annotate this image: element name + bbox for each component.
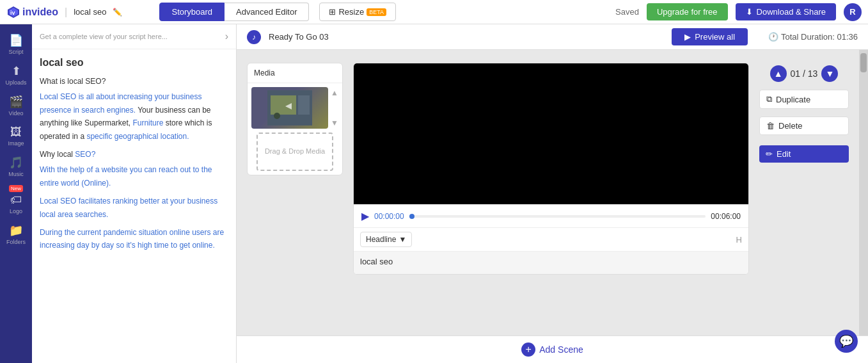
scroll-thumb[interactable] — [860, 53, 867, 72]
script-content: local seo What is local SEO? Local SEO i… — [32, 49, 236, 363]
right-panel: ▲ 01 / 13 ▼ ⧉ Duplicate 🗑 Delete — [759, 63, 849, 163]
para-2: With the help of a website you can reach… — [40, 163, 228, 190]
scroll-down-arrow[interactable]: ▼ — [331, 118, 338, 127]
duplicate-button[interactable]: ⧉ Duplicate — [759, 90, 849, 109]
drag-drop-area[interactable]: Drag & Drop Media — [256, 133, 333, 171]
uploads-icon: ⬆ — [12, 64, 21, 78]
delete-button[interactable]: 🗑 Delete — [759, 117, 849, 135]
script-body: What is local SEO? Local SEO is all abou… — [40, 75, 228, 252]
video-controls: ▶ 00:00:00 00:06:00 — [354, 204, 748, 227]
sidebar-item-music[interactable]: 🎵 Music — [1, 152, 31, 181]
music-track-icon: ♪ — [247, 30, 261, 44]
next-scene-button[interactable]: ▼ — [821, 65, 838, 82]
para-4: During the current pandemic situation on… — [40, 226, 228, 252]
media-thumbnail[interactable] — [251, 87, 328, 129]
sidebar-item-uploads[interactable]: ⬆ Uploads — [1, 60, 31, 90]
chat-bubble[interactable]: 💬 — [835, 330, 858, 353]
video-editor: ▶ 00:00:00 00:06:00 Headline ▼ H — [353, 63, 749, 275]
video-icon: 🎬 — [9, 95, 23, 109]
style-select[interactable]: Headline ▼ — [360, 232, 412, 247]
svg-rect-5 — [298, 95, 310, 115]
h-icon: H — [736, 235, 742, 245]
time-indicator — [409, 214, 414, 219]
logo: iv invideo — [6, 5, 58, 19]
sidebar: 📄 Script ⬆ Uploads 🎬 Video 🖼 Image 🎵 Mus… — [0, 24, 32, 363]
text-input-area[interactable]: local seo — [354, 251, 748, 274]
video-preview — [354, 63, 748, 204]
svg-text:iv: iv — [10, 10, 15, 16]
scroll-controls: ▲ ▼ — [331, 87, 338, 129]
play-button[interactable]: ▶ — [361, 210, 369, 222]
svg-point-6 — [274, 113, 280, 119]
add-scene-bar[interactable]: + Add Scene — [237, 335, 868, 363]
media-thumb-image — [251, 87, 328, 129]
media-list: ▲ ▼ Drag & Drop Media — [248, 83, 342, 175]
collapse-button[interactable]: › — [225, 31, 228, 42]
resize-icon: ⊞ — [329, 7, 336, 17]
para-1: Local SEO is all about increasing your b… — [40, 90, 228, 143]
storyboard-content-row: Media — [237, 50, 868, 335]
scroll-up-arrow[interactable]: ▲ — [331, 88, 338, 97]
image-icon: 🖼 — [10, 125, 22, 139]
chat-icon: 💬 — [839, 334, 853, 348]
saved-status: Saved — [615, 7, 639, 17]
sidebar-label-uploads: Uploads — [5, 79, 26, 86]
script-icon: 📄 — [9, 33, 23, 47]
upgrade-button[interactable]: Upgrade for free — [647, 3, 728, 20]
project-title: local seo — [74, 7, 106, 17]
style-label: Headline — [366, 235, 396, 244]
sidebar-item-image[interactable]: 🖼 Image — [1, 122, 31, 150]
resize-button[interactable]: ⊞ Resize BETA — [319, 3, 396, 21]
edit-project-icon[interactable]: ✏️ — [113, 8, 122, 17]
script-header: Get a complete view of your script here.… — [32, 24, 236, 49]
avatar[interactable]: R — [844, 3, 862, 21]
download-share-button[interactable]: ⬇ Download & Share — [736, 3, 836, 20]
folders-icon: 📁 — [9, 223, 23, 238]
sidebar-item-logo[interactable]: New 🏷 Logo — [1, 182, 31, 218]
editor-tabs: Storyboard Advanced Editor — [159, 3, 309, 21]
add-scene-label: Add Scene — [539, 344, 583, 355]
sidebar-item-script[interactable]: 📄 Script — [1, 29, 31, 59]
script-title: local seo — [40, 57, 228, 69]
media-panel-title: Media — [248, 63, 342, 83]
sidebar-label-logo: Logo — [10, 208, 22, 214]
sidebar-label-video: Video — [9, 110, 24, 117]
trash-icon: 🗑 — [766, 121, 775, 131]
beta-badge: BETA — [367, 8, 386, 16]
scene-navigation: ▲ 01 / 13 ▼ — [759, 65, 849, 82]
logo-area: iv invideo | local seo ✏️ — [6, 5, 122, 19]
scene-count: 01 / 13 — [791, 69, 818, 79]
time-bar[interactable] — [409, 215, 706, 218]
media-items — [251, 87, 331, 129]
preview-all-button[interactable]: ▶ Preview all — [672, 28, 748, 45]
edit-button[interactable]: ✏ Edit — [759, 145, 849, 163]
duplicate-icon: ⧉ — [766, 94, 772, 104]
prev-scene-button[interactable]: ▲ — [770, 65, 787, 82]
add-scene-icon: + — [521, 343, 535, 357]
time-total: 00:06:00 — [711, 212, 741, 221]
svg-rect-4 — [271, 95, 296, 115]
storyboard-tab[interactable]: Storyboard — [159, 3, 225, 21]
advanced-editor-tab[interactable]: Advanced Editor — [225, 3, 309, 21]
script-panel: Get a complete view of your script here.… — [32, 24, 237, 363]
sidebar-label-folders: Folders — [6, 239, 26, 245]
edit-icon: ✏ — [766, 149, 773, 159]
section-what: What is local SEO? — [40, 75, 228, 88]
new-badge: New — [9, 185, 23, 192]
sidebar-item-folders[interactable]: 📁 Folders — [1, 220, 31, 249]
sidebar-label-image: Image — [8, 140, 24, 147]
download-icon: ⬇ — [746, 7, 753, 17]
para-3: Local SEO facilitates ranking better at … — [40, 195, 228, 221]
storyboard-content: Media — [237, 50, 859, 335]
media-panel: Media — [247, 63, 343, 175]
top-navigation: iv invideo | local seo ✏️ Storyboard Adv… — [0, 0, 868, 24]
main-area: 📄 Script ⬆ Uploads 🎬 Video 🖼 Image 🎵 Mus… — [0, 24, 868, 363]
music-icon: 🎵 — [9, 156, 23, 170]
section-why: Why local SEO? — [40, 148, 228, 161]
sidebar-label-script: Script — [8, 49, 23, 55]
sidebar-item-video[interactable]: 🎬 Video — [1, 91, 31, 120]
sidebar-label-music: Music — [8, 171, 24, 177]
chevron-down-icon: ▼ — [398, 235, 406, 244]
drag-drop-label: Drag & Drop Media — [265, 147, 325, 156]
vertical-scrollbar[interactable] — [859, 50, 868, 335]
